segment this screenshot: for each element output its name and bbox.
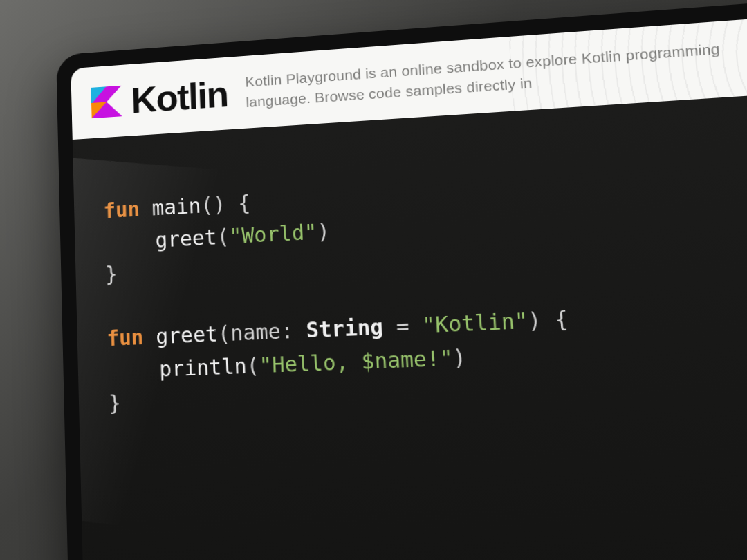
fn-main: main bbox=[151, 194, 201, 221]
punct: ) bbox=[527, 308, 542, 334]
fn-println: println bbox=[159, 353, 247, 382]
kotlin-logo: Kotlin bbox=[91, 75, 228, 121]
type-string: String bbox=[306, 315, 384, 343]
fn-greet-def: greet bbox=[156, 321, 219, 348]
code-editor[interactable]: fun main() { greet("World") } fun greet(… bbox=[73, 93, 747, 560]
punct: ( bbox=[216, 224, 230, 249]
punct: ( bbox=[246, 353, 260, 378]
punct: { bbox=[237, 191, 250, 216]
string-hello: "Hello, $name!" bbox=[259, 345, 454, 377]
tablet-frame: Kotlin Kotlin Playground is an online sa… bbox=[56, 1, 747, 560]
kotlin-logo-icon bbox=[91, 86, 122, 118]
punct: ( bbox=[217, 321, 230, 346]
punct: ) bbox=[317, 218, 331, 243]
brand-name: Kotlin bbox=[131, 75, 229, 118]
punct: { bbox=[554, 306, 569, 333]
punct: ) bbox=[213, 192, 226, 217]
screen: Kotlin Kotlin Playground is an online sa… bbox=[71, 17, 747, 560]
string-world: "World" bbox=[229, 219, 317, 248]
string-kotlin: "Kotlin" bbox=[421, 308, 528, 338]
punct: ) bbox=[452, 344, 467, 370]
punct: } bbox=[105, 262, 118, 287]
punct: } bbox=[109, 391, 122, 416]
keyword-fun: fun bbox=[107, 325, 144, 351]
keyword-fun: fun bbox=[103, 197, 140, 223]
param-name: name bbox=[230, 319, 281, 346]
colon: : bbox=[280, 319, 294, 344]
fn-greet-call: greet bbox=[155, 225, 217, 252]
equals: = bbox=[396, 313, 410, 339]
punct: ( bbox=[201, 193, 214, 218]
